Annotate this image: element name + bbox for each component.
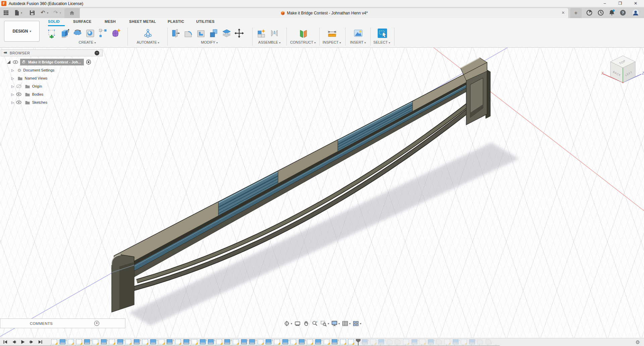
browser-item-document-settings[interactable]: ▷ ⚙Document Settings: [11, 67, 57, 73]
close-button[interactable]: ✕: [630, 0, 641, 7]
go-to-end-button[interactable]: [38, 339, 43, 345]
visibility-eye-icon[interactable]: [13, 59, 18, 65]
move-button[interactable]: [233, 28, 245, 39]
collapse-panel-icon[interactable]: ◀◀: [3, 51, 6, 54]
visibility-eye-icon[interactable]: [16, 92, 21, 97]
notifications-bell-icon[interactable]: [608, 9, 615, 16]
workspace-label: DESIGN: [12, 29, 28, 34]
select-button[interactable]: [377, 28, 388, 39]
job-status-clock-icon[interactable]: [597, 9, 604, 16]
svg-text:?: ?: [622, 11, 624, 15]
new-tab-button[interactable]: +: [570, 8, 582, 18]
undo-icon[interactable]: ↶: [40, 9, 46, 16]
measure-button[interactable]: [326, 28, 338, 39]
revolve-button[interactable]: [72, 28, 83, 39]
hole-button[interactable]: [85, 28, 96, 39]
group-label-inspect[interactable]: INSPECT▾: [323, 40, 341, 45]
create-form-button[interactable]: [110, 28, 121, 39]
create-sketch-button[interactable]: [46, 28, 58, 39]
comments-bar[interactable]: COMMENTS +: [0, 318, 125, 328]
tab-surface[interactable]: SURFACE: [73, 19, 92, 26]
browser-header[interactable]: ◀◀ BROWSER −: [1, 49, 103, 56]
expand-arrow-icon[interactable]: ▷: [11, 85, 14, 88]
expand-arrow-icon[interactable]: ▷: [11, 93, 14, 96]
avatar[interactable]: [632, 9, 639, 16]
rectangular-pattern-button[interactable]: [97, 28, 109, 39]
combine-button[interactable]: [208, 28, 219, 39]
play-button[interactable]: [20, 339, 25, 345]
tab-utilities[interactable]: UTILITIES: [196, 19, 215, 26]
expand-arrow-icon[interactable]: ▷: [11, 101, 14, 104]
expand-arrow-icon[interactable]: ▷: [11, 77, 14, 80]
group-label-modify[interactable]: MODIFY▾: [201, 40, 218, 45]
construction-plane-button[interactable]: [298, 28, 309, 39]
root-document-item[interactable]: Make it Bridge Contest - Joh...: [20, 59, 84, 65]
group-label-insert[interactable]: INSERT▾: [350, 40, 366, 45]
restore-button[interactable]: ❐: [614, 0, 626, 7]
tab-plastic[interactable]: PLASTIC: [168, 19, 184, 26]
browser-item-bodies[interactable]: ▷ Bodies: [11, 91, 46, 98]
visibility-off-eye-icon[interactable]: [16, 84, 21, 89]
look-at-button[interactable]: [294, 320, 301, 327]
browser-item-origin[interactable]: ▷ Origin: [11, 83, 45, 90]
undo-caret[interactable]: ▾: [47, 11, 48, 14]
new-component-button[interactable]: [256, 28, 267, 39]
viewport-canvas[interactable]: TOP BACK LEFT X Z ◀◀ BROWSER − Make it B…: [0, 48, 644, 338]
insert-image-button[interactable]: [353, 28, 364, 39]
extensions-icon[interactable]: [586, 9, 593, 16]
redo-caret[interactable]: ▾: [60, 11, 61, 14]
group-label-automate[interactable]: AUTOMATE▾: [137, 40, 159, 45]
redo-icon[interactable]: ↷: [52, 9, 59, 16]
step-back-button[interactable]: [11, 339, 17, 345]
activate-radio-icon[interactable]: [86, 59, 91, 65]
document-cube-icon: [280, 11, 285, 15]
expand-arrow-icon[interactable]: ▷: [11, 68, 14, 72]
tab-solid[interactable]: SOLID: [48, 19, 60, 26]
press-pull-button[interactable]: [170, 28, 181, 39]
offset-face-button[interactable]: [221, 28, 232, 39]
group-label-select[interactable]: SELECT▾: [373, 40, 390, 45]
tab-sheet-metal[interactable]: SHEET METAL: [129, 19, 156, 26]
viewports-button[interactable]: ▾: [353, 320, 361, 327]
group-label-construct[interactable]: CONSTRUCT▾: [290, 40, 316, 45]
workspace-switcher[interactable]: DESIGN ▾: [4, 21, 40, 42]
document-tab[interactable]: Make it Bridge Contest - Johnathan Henn …: [80, 8, 568, 18]
group-label-assemble[interactable]: ASSEMBLE▾: [258, 40, 280, 45]
browser-item-sketches[interactable]: ▷ Sketches: [11, 99, 50, 106]
step-forward-button[interactable]: [29, 339, 34, 345]
browser-root-row[interactable]: Make it Bridge Contest - Joh...: [7, 59, 91, 65]
grid-settings-button[interactable]: ▾: [342, 320, 351, 327]
visibility-eye-icon[interactable]: [16, 100, 21, 105]
gear-icon: ⚙: [17, 68, 21, 73]
go-to-start-button[interactable]: [3, 339, 8, 345]
pan-button[interactable]: [303, 320, 310, 327]
tab-mesh[interactable]: MESH: [105, 19, 116, 26]
add-comment-icon[interactable]: +: [94, 321, 99, 326]
collapse-triangle-icon[interactable]: [7, 60, 11, 64]
timeline-settings-gear-icon[interactable]: ⚙: [636, 339, 640, 345]
browser-panel: ◀◀ BROWSER − Make it Bridge Contest - Jo…: [1, 49, 103, 56]
browser-minimize-icon[interactable]: −: [95, 51, 99, 55]
configure-button[interactable]: [142, 28, 154, 39]
joint-button[interactable]: [269, 28, 280, 39]
file-menu-caret[interactable]: ▾: [21, 11, 22, 14]
shell-button[interactable]: [195, 28, 207, 39]
app-grid-icon[interactable]: [3, 9, 9, 16]
browser-item-named-views[interactable]: ▷ Named Views: [11, 75, 50, 82]
minimize-button[interactable]: –: [599, 0, 610, 7]
home-tab[interactable]: [64, 8, 80, 18]
view-cube[interactable]: TOP BACK LEFT X Z: [601, 56, 644, 83]
group-label-create[interactable]: CREATE▾: [79, 40, 96, 45]
view-cube-z-axis-label: Z: [642, 71, 644, 75]
extrude-button[interactable]: [59, 28, 70, 39]
save-icon[interactable]: [29, 9, 36, 16]
zoom-button[interactable]: ±: [312, 320, 318, 327]
document-tab-close-icon[interactable]: ✕: [561, 10, 565, 15]
orbit-button[interactable]: ▾: [283, 320, 292, 327]
display-settings-button[interactable]: ▾: [331, 320, 340, 327]
zoom-window-button[interactable]: ▾: [320, 320, 329, 327]
file-menu-icon[interactable]: [13, 9, 20, 16]
fillet-button[interactable]: [182, 28, 194, 39]
help-icon[interactable]: ?: [619, 9, 627, 16]
bridge-model[interactable]: TOP BACK LEFT X Z: [0, 48, 644, 338]
